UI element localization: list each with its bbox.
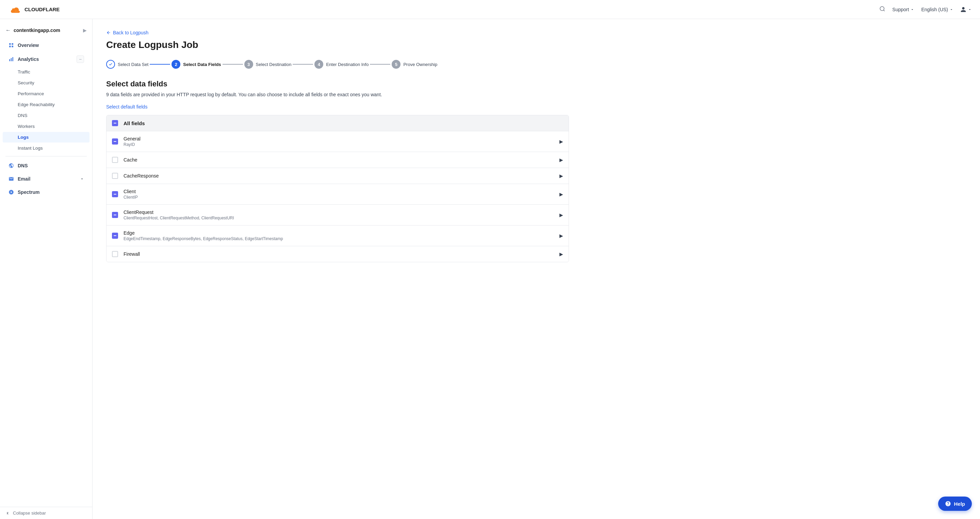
step-5: 5 Prove Ownership: [392, 60, 437, 69]
language-menu[interactable]: English (US): [921, 7, 953, 12]
field-row-firewall[interactable]: Firewall ▶: [107, 246, 569, 262]
field-name-cache: Cache: [124, 157, 559, 163]
sidebar-item-logs[interactable]: Logs: [3, 132, 89, 143]
step-1-label: Select Data Set: [118, 62, 148, 67]
sidebar-item-instant-logs[interactable]: Instant Logs: [3, 143, 89, 153]
field-arrow-client-request: ▶: [559, 212, 563, 217]
domain-arrow-icon: ▶: [83, 27, 87, 33]
section-desc: 9 data fields are provided in your HTTP …: [106, 92, 569, 97]
collapse-sidebar-btn[interactable]: Collapse sidebar: [0, 507, 92, 519]
field-name-client: Client: [124, 189, 559, 194]
field-info-cache-response: CacheResponse: [124, 173, 559, 179]
analytics-collapse-btn[interactable]: −: [76, 56, 84, 63]
field-checkbox-client-request: [112, 212, 118, 218]
stepper: Select Data Set 2 Select Data Fields 3 S…: [106, 60, 569, 69]
field-info-client: Client ClientIP: [124, 189, 559, 200]
svg-rect-6: [11, 58, 12, 61]
user-menu[interactable]: [960, 6, 972, 13]
sidebar-item-label-overview: Overview: [18, 43, 39, 48]
sidebar-section-analytics: Analytics − Traffic Security Performance…: [0, 52, 92, 153]
field-sub-general: RayID: [124, 142, 559, 147]
sidebar-item-overview[interactable]: Overview: [3, 39, 89, 52]
field-info-edge: Edge EdgeEndTimestamp, EdgeResponseBytes…: [124, 230, 559, 241]
spectrum-icon: [8, 189, 14, 195]
step-4-label: Enter Destination Info: [326, 62, 369, 67]
email-icon: [8, 176, 14, 182]
sidebar-item-security[interactable]: Security: [3, 78, 89, 88]
sidebar-domain[interactable]: ← contentkingapp.com ▶: [0, 24, 92, 36]
support-menu[interactable]: Support: [892, 7, 914, 12]
svg-rect-1: [9, 43, 11, 45]
svg-rect-4: [11, 46, 13, 47]
field-row-client-request[interactable]: ClientRequest ClientRequestHost, ClientR…: [107, 205, 569, 225]
sidebar-item-workers[interactable]: Workers: [3, 121, 89, 132]
field-checkbox-all-fields: [112, 120, 118, 126]
sidebar-item-dns-analytics[interactable]: DNS: [3, 110, 89, 121]
sidebar-item-label-spectrum: Spectrum: [18, 189, 40, 195]
field-row-client[interactable]: Client ClientIP ▶: [107, 184, 569, 205]
field-row-all-fields[interactable]: All fields: [107, 115, 569, 131]
step-3-label: Select Destination: [256, 62, 292, 67]
dns-icon: [8, 163, 14, 169]
sidebar-item-label-analytics: Analytics: [18, 56, 39, 62]
step-3: 3 Select Destination: [244, 60, 292, 69]
field-info-general: General RayID: [124, 136, 559, 147]
field-checkbox-edge: [112, 233, 118, 239]
analytics-sub-items: Traffic Security Performance Edge Reacha…: [0, 67, 92, 153]
step-connector-1-2: [150, 64, 170, 65]
sidebar-item-performance[interactable]: Performance: [3, 89, 89, 99]
sidebar-item-edge-reachability[interactable]: Edge Reachability: [3, 99, 89, 110]
sidebar-item-label-dns: DNS: [18, 163, 28, 168]
svg-rect-2: [11, 43, 13, 45]
field-arrow-firewall: ▶: [559, 251, 563, 257]
step-1-circle: [106, 60, 115, 69]
field-name-all-fields: All fields: [124, 121, 145, 126]
field-sub-client-request: ClientRequestHost, ClientRequestMethod, …: [124, 216, 559, 221]
page-title: Create Logpush Job: [106, 40, 569, 50]
sidebar-section-header-analytics[interactable]: Analytics −: [3, 52, 89, 66]
logo[interactable]: CLOUDFLARE: [8, 5, 60, 14]
svg-rect-7: [12, 57, 13, 61]
step-2: 2 Select Data Fields: [172, 60, 221, 69]
back-link[interactable]: Back to Logpush: [106, 30, 569, 35]
field-row-edge[interactable]: Edge EdgeEndTimestamp, EdgeResponseBytes…: [107, 225, 569, 246]
step-connector-2-3: [223, 64, 243, 65]
default-fields-link[interactable]: Select default fields: [106, 104, 147, 110]
sidebar-item-spectrum[interactable]: Spectrum: [3, 186, 89, 198]
step-1: Select Data Set: [106, 60, 148, 69]
back-icon: ←: [5, 27, 11, 33]
step-5-circle: 5: [392, 60, 401, 69]
sidebar-item-email[interactable]: Email: [3, 173, 89, 186]
field-info-all-fields: All fields: [124, 121, 563, 126]
field-name-cache-response: CacheResponse: [124, 173, 559, 179]
field-checkbox-cache-response: [112, 173, 118, 179]
topnav: CLOUDFLARE Support English (US): [0, 0, 980, 19]
step-4-circle: 4: [314, 60, 323, 69]
field-info-cache: Cache: [124, 157, 559, 163]
sidebar-item-label-email: Email: [18, 176, 30, 182]
sidebar-item-traffic[interactable]: Traffic: [3, 67, 89, 77]
step-2-circle: 2: [172, 60, 180, 69]
sidebar-item-dns[interactable]: DNS: [3, 159, 89, 172]
search-icon[interactable]: [879, 6, 885, 13]
step-5-label: Prove Ownership: [403, 62, 437, 67]
svg-rect-5: [9, 59, 10, 61]
field-row-general[interactable]: General RayID ▶: [107, 131, 569, 152]
svg-rect-3: [9, 46, 11, 47]
field-name-edge: Edge: [124, 230, 559, 236]
field-arrow-cache: ▶: [559, 157, 563, 163]
field-row-cache-response[interactable]: CacheResponse ▶: [107, 168, 569, 184]
field-checkbox-client: [112, 191, 118, 197]
field-arrow-edge: ▶: [559, 233, 563, 238]
sidebar: ← contentkingapp.com ▶ Overview Analytic…: [0, 19, 92, 519]
field-row-cache[interactable]: Cache ▶: [107, 152, 569, 168]
topnav-right: Support English (US): [879, 6, 972, 13]
field-name-client-request: ClientRequest: [124, 210, 559, 215]
field-checkbox-general: [112, 138, 118, 144]
fields-table: All fields General RayID ▶ Cache ▶: [106, 115, 569, 262]
field-info-firewall: Firewall: [124, 251, 559, 257]
field-arrow-client: ▶: [559, 192, 563, 197]
step-2-label: Select Data Fields: [183, 62, 221, 67]
help-button[interactable]: Help: [938, 497, 972, 511]
grid-icon: [8, 42, 14, 48]
